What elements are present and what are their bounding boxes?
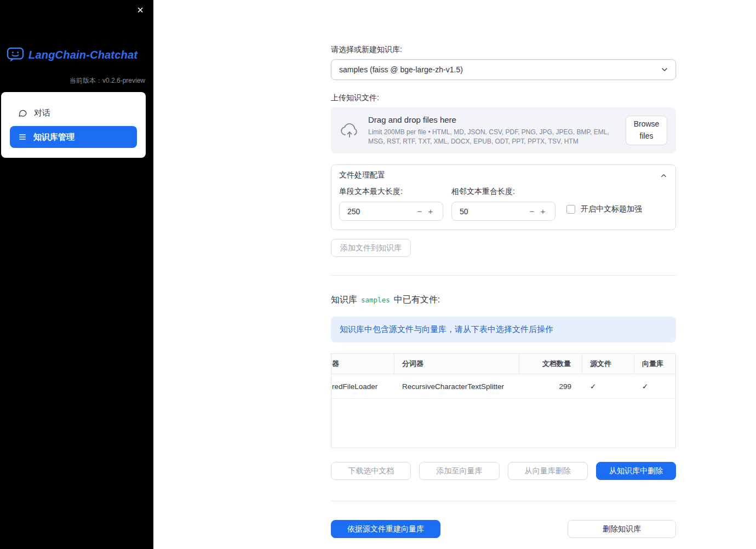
kb-select[interactable]: samples (faiss @ bge-large-zh-v1.5) [331, 59, 676, 80]
existing-files-heading: 知识库 samples 中已有文件: [331, 294, 676, 306]
main-area: 请选择或新建知识库: samples (faiss @ bge-large-zh… [153, 0, 756, 549]
cell-source-file-check: ✓ [582, 374, 634, 398]
version-label: 当前版本：v0.2.6-preview [70, 76, 145, 85]
chevron-down-icon [660, 65, 669, 74]
decrement-button[interactable]: − [526, 207, 537, 216]
logo-text: LangChain-Chatchat [28, 49, 138, 61]
file-uploader-dropzone[interactable]: Drag and drop files here Limit 200MB per… [331, 107, 676, 153]
files-table[interactable]: 器 分词器 文档数量 源文件 向量库 redFileLoader Recursi… [331, 353, 676, 448]
uploader-limit-text: Limit 200MB per file • HTML, MD, JSON, C… [368, 128, 617, 145]
cell-doc-count: 299 [519, 374, 582, 398]
file-config-body: 单段文本最大长度: 250 − + 相邻文本重合长度: 50 − + [331, 186, 675, 230]
overlap-size-label: 相邻文本重合长度: [451, 187, 555, 197]
zh-title-enhance-checkbox[interactable] [566, 205, 575, 214]
expander-title: 文件处理配置 [339, 170, 385, 180]
kb-select-value: samples (faiss @ bge-large-zh-v1.5) [339, 65, 660, 74]
file-actions-row: 下载选中文档 添加至向量库 从向量库删除 从知识库中删除 [331, 462, 676, 480]
chunk-size-group: 单段文本最大长度: 250 − + [339, 187, 443, 221]
column-header-splitter[interactable]: 分词器 [394, 354, 519, 374]
uploader-texts: Drag and drop files here Limit 200MB per… [368, 115, 617, 145]
overlap-size-value[interactable]: 50 [460, 207, 526, 216]
app-logo: LangChain-Chatchat [7, 47, 138, 62]
upload-label: 上传知识文件: [331, 93, 676, 103]
existing-suffix: 中已有文件: [394, 294, 440, 306]
table-row[interactable]: redFileLoader RecursiveCharacterTextSpli… [331, 374, 675, 399]
browse-files-button[interactable]: Browse files [626, 116, 667, 145]
chat-bubble-icon [18, 108, 27, 118]
download-selected-button[interactable]: 下载选中文档 [331, 462, 411, 480]
column-header-loader[interactable]: 器 [331, 354, 394, 374]
kb-name-code: samples [361, 296, 390, 304]
decrement-button[interactable]: − [414, 207, 425, 216]
sidebar: × LangChain-Chatchat 当前版本：v0.2.6-preview… [0, 0, 153, 549]
chunk-size-input[interactable]: 250 − + [339, 202, 443, 221]
rebuild-vectorstore-button[interactable]: 依据源文件重建向量库 [331, 520, 440, 538]
sidebar-item-chat[interactable]: 对话 [10, 102, 137, 124]
add-files-button[interactable]: 添加文件到知识库 [331, 239, 411, 257]
kb-page: 请选择或新建知识库: samples (faiss @ bge-large-zh… [331, 0, 676, 538]
file-config-expander-header[interactable]: 文件处理配置 [331, 165, 675, 186]
close-icon: × [137, 4, 144, 16]
delete-kb-button[interactable]: 删除知识库 [568, 520, 676, 538]
kb-list-icon [18, 133, 27, 141]
logo-chat-icon [7, 47, 24, 62]
column-header-doc-count[interactable]: 文档数量 [519, 354, 582, 374]
chunk-size-value[interactable]: 250 [347, 207, 414, 216]
increment-button[interactable]: + [425, 207, 436, 216]
divider [331, 501, 676, 501]
kb-bottom-actions: 依据源文件重建向量库 删除知识库 [331, 520, 676, 538]
overlap-size-input[interactable]: 50 − + [451, 202, 555, 221]
delete-from-kb-button[interactable]: 从知识库中删除 [596, 462, 676, 480]
chunk-size-label: 单段文本最大长度: [339, 187, 443, 197]
divider [331, 275, 676, 276]
increment-button[interactable]: + [537, 207, 548, 216]
sidebar-item-label: 知识库管理 [33, 132, 75, 142]
zh-title-enhance-group: 开启中文标题加强 [566, 202, 642, 221]
cell-vector-store-check: ✓ [634, 374, 676, 398]
sidebar-item-label: 对话 [34, 108, 50, 118]
cell-splitter: RecursiveCharacterTextSplitter [394, 374, 519, 398]
uploader-title: Drag and drop files here [368, 115, 617, 124]
info-message: 知识库中包含源文件与向量库，请从下表中选择文件后操作 [331, 317, 676, 342]
chevron-up-icon [660, 171, 668, 180]
existing-prefix: 知识库 [331, 294, 357, 306]
overlap-size-group: 相邻文本重合长度: 50 − + [451, 187, 555, 221]
column-header-vector-store[interactable]: 向量库 [634, 354, 676, 374]
kb-select-label: 请选择或新建知识库: [331, 45, 676, 55]
table-header-row: 器 分词器 文档数量 源文件 向量库 [331, 354, 675, 374]
cloud-upload-icon [340, 122, 359, 139]
delete-from-vectorstore-button[interactable]: 从向量库删除 [508, 462, 588, 480]
file-config-expander: 文件处理配置 单段文本最大长度: 250 − + 相邻文 [331, 164, 676, 230]
column-header-source-file[interactable]: 源文件 [582, 354, 634, 374]
sidebar-item-kb-management[interactable]: 知识库管理 [10, 126, 137, 148]
zh-title-enhance-label[interactable]: 开启中文标题加强 [581, 204, 642, 214]
sidebar-close-button[interactable]: × [134, 3, 147, 16]
cell-loader: redFileLoader [331, 374, 394, 398]
add-to-vectorstore-button[interactable]: 添加至向量库 [419, 462, 499, 480]
sidebar-nav: 对话 知识库管理 [1, 92, 146, 158]
